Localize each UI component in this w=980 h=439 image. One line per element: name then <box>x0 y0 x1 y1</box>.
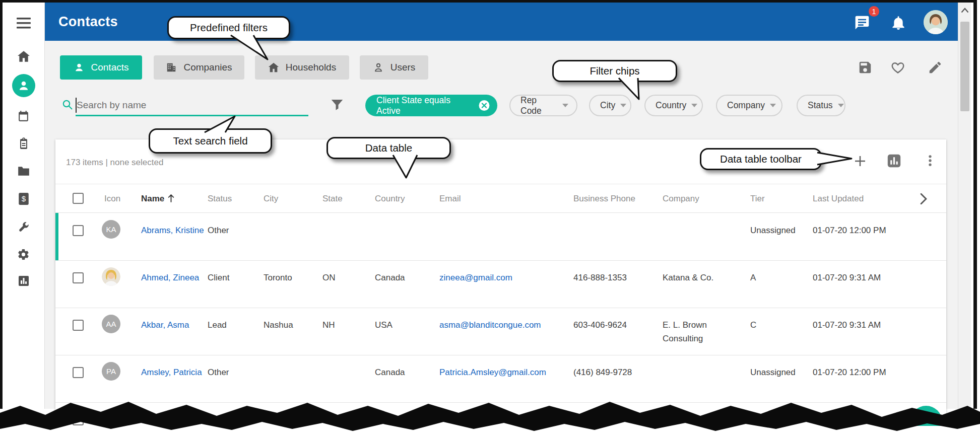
cell-status: Lead <box>208 308 258 332</box>
table-row[interactable]: Ahmed, Zineea Client Toronto ON Canada z… <box>55 260 946 308</box>
contacts-nav-active[interactable] <box>12 74 35 97</box>
col-state[interactable]: State <box>322 184 370 213</box>
table-row[interactable]: Armstrong, Client B 01-07-20 9:31 AM <box>55 402 946 439</box>
filter-dropdown-company[interactable]: Company <box>716 95 782 116</box>
billing-invoice-icon[interactable]: $ <box>16 191 31 206</box>
cell-country: Canada <box>375 260 434 284</box>
contacts-person-icon <box>17 79 30 92</box>
avatar-initials: KA <box>102 220 120 239</box>
contact-name-link[interactable]: Akbar, Asma <box>141 308 205 332</box>
tab-companies[interactable]: Companies <box>154 55 244 80</box>
save-view-icon[interactable] <box>858 60 873 75</box>
col-status[interactable]: Status <box>208 184 258 213</box>
cell-country: Canada <box>375 355 434 379</box>
page-title: Contacts <box>58 14 118 30</box>
reports-chart-icon[interactable] <box>16 273 31 288</box>
filter-dropdown-status[interactable]: Status <box>797 95 845 116</box>
callout-label: Data table <box>365 142 412 154</box>
table-row[interactable]: KA Abrams, Kristine Other Unassigned 01-… <box>55 213 946 260</box>
col-tier[interactable]: Tier <box>750 184 809 213</box>
home-icon[interactable] <box>16 49 31 64</box>
folder-icon[interactable] <box>16 164 31 179</box>
search-underline <box>76 115 308 116</box>
row-checkbox[interactable] <box>73 272 84 283</box>
col-name[interactable]: Name <box>141 184 205 213</box>
col-city[interactable]: City <box>264 184 317 213</box>
filter-dropdown-city[interactable]: City <box>589 95 631 116</box>
calendar-icon[interactable] <box>16 108 31 123</box>
settings-gear-icon[interactable] <box>16 247 31 262</box>
col-company[interactable]: Company <box>663 184 736 213</box>
email-link[interactable]: asma@blanditcongue.com <box>439 308 568 332</box>
select-all-checkbox[interactable] <box>73 193 84 204</box>
cell-city: Toronto <box>264 260 317 284</box>
cell-tier: C <box>750 308 809 332</box>
more-columns-chevron[interactable] <box>920 184 940 213</box>
email-link[interactable]: Patricia.Amsley@gmail.com <box>439 355 568 379</box>
filter-dropdown-city-label: City <box>600 100 615 111</box>
table-row[interactable]: AA Akbar, Asma Lead Nashua NH USA asma@b… <box>55 308 946 355</box>
chevron-down-icon <box>620 104 626 107</box>
cell-status: Client <box>208 260 258 284</box>
table-row[interactable]: PA Amsley, Patricia Other Canada Patrici… <box>55 355 946 402</box>
edit-pencil-icon[interactable] <box>928 60 943 75</box>
messages-icon[interactable] <box>854 15 870 31</box>
sort-ascending-icon <box>167 194 175 203</box>
cell-company: E. L. Brown Consulting <box>663 308 736 345</box>
cell-tier: B <box>750 402 809 426</box>
cell-last-updated: 01-07-20 9:31 AM <box>813 260 916 284</box>
cell-state: ON <box>322 260 370 284</box>
data-table-card: 173 items | none selected Icon Name Stat… <box>55 139 946 439</box>
cell-company: Katana & Co. <box>663 260 736 284</box>
callout-label: Text search field <box>173 135 247 147</box>
contact-name-link[interactable]: Ahmed, Zineea <box>141 260 205 284</box>
favorite-heart-icon[interactable] <box>890 60 905 75</box>
notification-count-badge: 1 <box>868 5 880 18</box>
col-country[interactable]: Country <box>375 184 434 213</box>
filter-dropdown-repcode-label: Rep Code <box>520 95 557 116</box>
cell-status: Other <box>208 213 258 237</box>
filter-dropdown-repcode[interactable]: Rep Code <box>509 95 577 116</box>
chip-close-icon[interactable] <box>478 99 490 112</box>
avatar-initials: AA <box>102 315 120 333</box>
contact-name-link[interactable]: Armstrong, <box>141 402 205 426</box>
col-business-phone[interactable]: Business Phone <box>573 184 658 213</box>
user-avatar[interactable] <box>924 10 948 34</box>
scrollbar-thumb[interactable] <box>960 22 969 111</box>
filter-funnel-icon[interactable] <box>330 97 345 112</box>
kebab-menu-icon[interactable] <box>923 154 938 169</box>
active-row-indicator <box>55 213 58 260</box>
email-link[interactable]: zineea@gmail.com <box>439 260 568 284</box>
tab-households[interactable]: Households <box>255 55 349 80</box>
bell-icon[interactable] <box>890 15 906 31</box>
items-summary: 173 items | none selected <box>66 158 163 168</box>
row-checkbox[interactable] <box>73 320 84 331</box>
add-plus-icon[interactable] <box>853 154 868 169</box>
tab-users[interactable]: Users <box>360 55 428 80</box>
col-email[interactable]: Email <box>439 184 568 213</box>
active-filter-chip[interactable]: Client State equals Active <box>365 95 497 116</box>
menu-icon[interactable] <box>16 16 31 31</box>
cell-state: NH <box>322 308 370 332</box>
col-last-updated[interactable]: Last Updated <box>813 184 916 213</box>
tab-contacts[interactable]: Contacts <box>60 55 142 80</box>
callout-filter-chips: Filter chips <box>552 60 677 82</box>
tools-wrench-icon[interactable] <box>16 219 31 234</box>
table-header-row: Icon Name Status City State Country Emai… <box>55 184 946 213</box>
chevron-down-icon <box>770 104 776 107</box>
row-checkbox[interactable] <box>73 414 84 425</box>
tasks-clipboard-icon[interactable] <box>16 136 31 151</box>
cell-status: Client <box>208 402 258 426</box>
left-nav-sidebar: $ <box>3 3 45 409</box>
scroll-up-icon[interactable] <box>961 8 969 13</box>
row-checkbox[interactable] <box>73 367 84 378</box>
house-icon <box>268 62 279 73</box>
avatar-photo <box>102 267 120 286</box>
filter-dropdown-country[interactable]: Country <box>644 95 703 116</box>
contact-name-link[interactable]: Abrams, Kristine <box>141 213 205 237</box>
chart-view-icon[interactable] <box>887 154 902 169</box>
fab-add-button[interactable] <box>910 406 942 438</box>
contact-name-link[interactable]: Amsley, Patricia <box>141 355 205 379</box>
search-input[interactable] <box>77 97 306 114</box>
row-checkbox[interactable] <box>73 225 84 236</box>
